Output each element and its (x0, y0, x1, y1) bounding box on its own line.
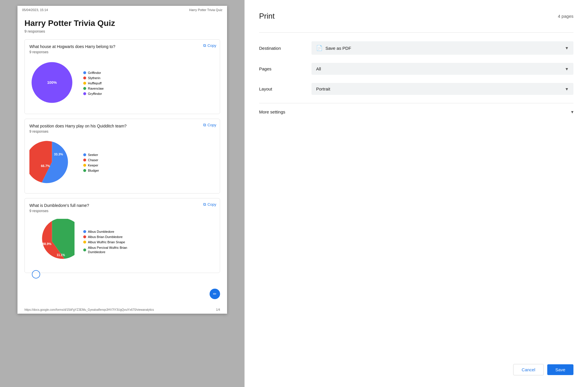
page-content: Harry Potter Trivia Quiz 9 responses Wha… (17, 14, 227, 286)
pencil-icon: ✏ (213, 292, 217, 296)
legend-item: Slytherin (83, 76, 104, 80)
legend-dot (83, 77, 86, 79)
legend-dot (83, 241, 86, 244)
legend-item: Albus Brian Dumbledore (83, 235, 134, 239)
print-panel: Print 4 pages Destination 📄 Save as PDF … (245, 0, 588, 387)
copy-button-1[interactable]: ⧉ Copy (203, 43, 216, 48)
legend-2: Seeker Chaser Keeper Bludger (83, 153, 99, 172)
svg-text:11.1%: 11.1% (57, 253, 65, 257)
question-card-3: What is Dumbledore's full name? 9 respon… (24, 198, 220, 273)
destination-dropdown[interactable]: 📄 Save as PDF ▼ (311, 41, 573, 55)
legend-item: Gryffindor (83, 92, 104, 95)
spacer (259, 120, 573, 364)
layout-dropdown[interactable]: Portrait ▼ (311, 83, 573, 95)
doc-responses: 9 responses (24, 29, 220, 33)
copy-button-3[interactable]: ⧉ Copy (203, 202, 216, 207)
legend-item: Griffindor (83, 71, 104, 74)
print-title: Print (259, 12, 274, 21)
svg-text:66.7%: 66.7% (41, 164, 50, 168)
chart-area-1: 100% Griffindor Slytherin (29, 57, 215, 109)
question-card-1: What house at Hogwarts does Harry belong… (24, 39, 220, 114)
legend-dot (83, 169, 86, 172)
legend-dot (83, 164, 86, 167)
question-title-2: What position does Harry play on his Qui… (29, 124, 215, 128)
copy-icon-3: ⧉ (203, 202, 206, 207)
preview-area: 05/04/2023, 15:14 Harry Potter Trivia Qu… (0, 0, 245, 387)
question-card-2: What position does Harry play on his Qui… (24, 119, 220, 194)
legend-3: Albus Dumbledore Albus Brian Dumbledore … (83, 230, 134, 254)
pdf-icon: 📄 (316, 45, 323, 51)
layout-label: Layout (259, 86, 311, 91)
svg-text:33.3%: 33.3% (54, 152, 63, 156)
pie-chart-1: 100% (29, 60, 75, 106)
legend-dot (83, 92, 86, 95)
legend-dot (83, 159, 86, 161)
legend-item: Albus Wulfric Brian Snape (83, 240, 134, 244)
header-title: Harry Potter Trivia Quiz (189, 8, 222, 12)
svg-text:100%: 100% (47, 80, 57, 85)
legend-dot (83, 235, 86, 238)
legend-item: Keeper (83, 164, 99, 167)
destination-label: Destination (259, 46, 311, 51)
legend-item: Bludger (83, 169, 99, 172)
pie-chart-2: 66.7% 33.3% (29, 139, 75, 186)
destination-value: Save as PDF (325, 46, 351, 51)
page-header: 05/04/2023, 15:14 Harry Potter Trivia Qu… (17, 6, 227, 14)
question-responses-1: 9 responses (29, 50, 215, 54)
save-button[interactable]: Save (547, 364, 573, 375)
cancel-button[interactable]: Cancel (513, 364, 544, 375)
more-settings-row[interactable]: More settings ▾ (259, 103, 573, 120)
svg-text:88.9%: 88.9% (42, 242, 51, 246)
layout-chevron-icon: ▼ (565, 87, 569, 91)
chart-area-2: 66.7% 33.3% Seeker Chaser (29, 136, 215, 189)
legend-dot (83, 87, 86, 90)
legend-item: Albus Dumbledore (83, 230, 134, 233)
print-header: Print 4 pages (259, 12, 573, 21)
destination-row: Destination 📄 Save as PDF ▼ (259, 41, 573, 55)
legend-item: Albus Percival Wulfric Brian Dumbledore (83, 246, 134, 254)
legend-item: Chaser (83, 158, 99, 162)
legend-dot (83, 248, 86, 251)
copy-icon-2: ⧉ (203, 123, 206, 127)
copy-button-2[interactable]: ⧉ Copy (203, 123, 216, 127)
print-pages: 4 pages (558, 14, 573, 19)
more-settings-chevron-icon: ▾ (571, 109, 573, 115)
destination-dropdown-content: 📄 Save as PDF (316, 45, 351, 51)
loading-spinner: ◯ (24, 269, 234, 281)
pages-label: Pages (259, 66, 311, 71)
question-responses-2: 9 responses (29, 129, 215, 134)
legend-dot (83, 153, 86, 156)
edit-fab-button[interactable]: ✏ (210, 289, 220, 299)
layout-row: Layout Portrait ▼ (259, 83, 573, 95)
footer-page: 1/4 (216, 308, 220, 311)
header-date: 05/04/2023, 15:14 (22, 8, 48, 12)
pages-dropdown-content: All (316, 66, 321, 71)
pages-value: All (316, 66, 321, 71)
doc-title: Harry Potter Trivia Quiz (24, 19, 220, 28)
destination-chevron-icon: ▼ (565, 46, 569, 50)
layout-dropdown-content: Portrait (316, 86, 330, 91)
pie-chart-3: 88.9% 11.1% (29, 219, 75, 265)
legend-item: Ravenclaw (83, 87, 104, 90)
legend-item: Hufflepuff (83, 81, 104, 85)
page-document: 05/04/2023, 15:14 Harry Potter Trivia Qu… (17, 6, 227, 314)
legend-dot (83, 230, 86, 233)
pages-row: Pages All ▼ (259, 63, 573, 75)
legend-item: Seeker (83, 153, 99, 157)
layout-value: Portrait (316, 86, 330, 91)
question-title-1: What house at Hogwarts does Harry belong… (29, 44, 215, 49)
pages-chevron-icon: ▼ (565, 67, 569, 71)
copy-icon-1: ⧉ (203, 43, 206, 48)
chart-area-3: 88.9% 11.1% Albus Dumbledore Albus Brian… (29, 216, 215, 268)
question-responses-3: 9 responses (29, 209, 215, 213)
pages-dropdown[interactable]: All ▼ (311, 63, 573, 75)
more-settings-label: More settings (259, 109, 285, 114)
legend-dot (83, 82, 86, 85)
question-title-3: What is Dumbledore's full name? (29, 203, 215, 208)
page-footer: https://docs.google.com/forms/d/15bFgYZ3… (17, 306, 227, 314)
divider-1 (259, 32, 573, 33)
legend-dot (83, 71, 86, 74)
legend-1: Griffindor Slytherin Hufflepuff Rav (83, 71, 104, 95)
print-actions: Cancel Save (259, 364, 573, 375)
footer-url: https://docs.google.com/forms/d/15bFgYZ3… (24, 308, 154, 311)
